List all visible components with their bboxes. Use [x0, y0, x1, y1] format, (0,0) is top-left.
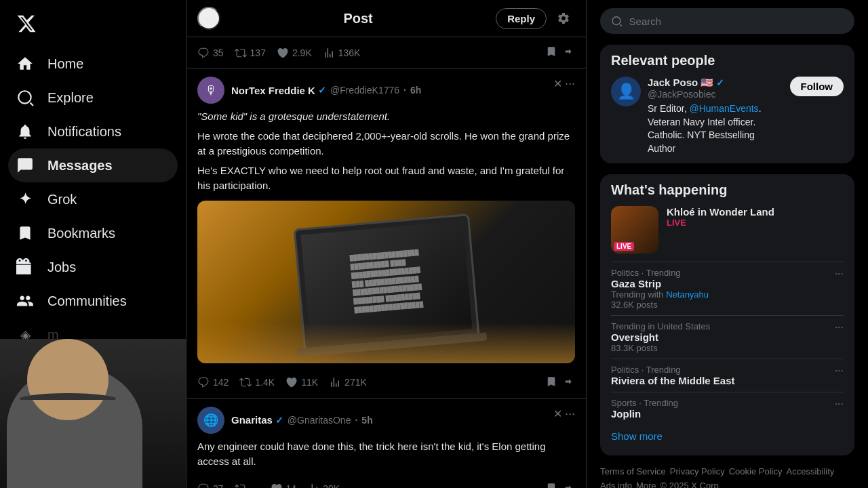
nav-item-jobs[interactable]: Jobs [8, 250, 178, 284]
whats-happening-title: What's happening [611, 182, 844, 198]
copyright: © 2025 X Corp. [660, 481, 722, 488]
happening-image: LIVE [611, 206, 658, 253]
trending-row-2: Trending in United States Oversight 83.3… [611, 321, 844, 353]
header-actions: Reply [496, 7, 575, 30]
more-options-icon[interactable]: ··· [565, 77, 575, 91]
author-handle: @FreddieK1776 [330, 85, 399, 96]
privacy-link[interactable]: Privacy Policy [670, 466, 725, 476]
comment-count[interactable]: 142 [197, 376, 229, 388]
trending-mention[interactable]: Netanyahu [666, 289, 709, 300]
trending-item-1[interactable]: Politics · Trending Gaza Strip Trending … [611, 262, 844, 315]
more-icon-1[interactable]: ··· [835, 268, 844, 280]
messages-icon [16, 157, 34, 174]
likes-count[interactable]: 11K [285, 376, 318, 388]
terms-link[interactable]: Terms of Service [600, 466, 666, 476]
person-info: Jack Poso 🇺🇸 ✓ @JackPosobiec Sr Editor, … [648, 77, 783, 155]
retweet-stat[interactable]: 137 [235, 47, 266, 59]
live-badge: LIVE [614, 242, 634, 251]
settings-button[interactable] [552, 7, 575, 30]
tweet-image: ██████████████████ ██████████ ████ █████… [197, 201, 575, 363]
webcam-overlay [0, 339, 186, 488]
tweet-time-value: 6h [410, 85, 421, 96]
left-sidebar: Home Explore Notifications Messages ✦ Gr… [0, 0, 186, 488]
person-avatar[interactable]: 👤 [611, 77, 641, 106]
post-header: ← Post Reply [186, 0, 586, 37]
person-name: Jack Poso 🇺🇸 ✓ [648, 77, 783, 89]
author-name-2: Gnaritas ✓ @GnaritasOne · 5h [231, 414, 373, 426]
share-icon[interactable] [563, 375, 575, 390]
avatar[interactable]: 🎙 [197, 77, 224, 104]
trending-item-4[interactable]: Sports · Trending Joplin ··· [611, 392, 844, 425]
person-handle: @JackPosobiec [648, 89, 783, 100]
author-info-2: Gnaritas ✓ @GnaritasOne · 5h [231, 414, 373, 426]
nav-item-explore[interactable]: Explore [8, 81, 178, 115]
views-count-2[interactable]: 39K [307, 483, 340, 488]
bookmark-icon[interactable] [545, 45, 557, 60]
mute-icon[interactable]: ✕ [553, 77, 562, 90]
nav-item-notifications[interactable]: Notifications [8, 115, 178, 148]
accessibility-link[interactable]: Accessibility [787, 466, 835, 476]
bio-mention[interactable]: @HumanEvents [689, 103, 758, 114]
more-link[interactable]: More [636, 481, 656, 488]
verified-badge: ✓ [318, 85, 326, 96]
trending-row-3: Politics · Trending Riviera of the Middl… [611, 365, 844, 386]
reply-button[interactable]: Reply [496, 8, 547, 29]
stat-actions [545, 45, 575, 60]
tweet-card: 🎙 NorTex Freddie K ✓ @FreddieK1776 · 6h … [186, 68, 586, 399]
author-info: NorTex Freddie K ✓ @FreddieK1776 · 6h [231, 85, 421, 96]
share-icon-2[interactable] [563, 482, 575, 489]
tweet-stats: 142 1.4K 11K 271K [197, 370, 575, 390]
trending-item-2[interactable]: Trending in United States Oversight 83.3… [611, 315, 844, 359]
person-verified: ✓ [716, 77, 724, 88]
tweet-text: "Some kid" is a grotesque understatement… [197, 109, 575, 194]
search-icon [611, 15, 623, 27]
nav-item-communities[interactable]: Communities [8, 284, 178, 318]
comment-stat[interactable]: 35 [197, 47, 224, 59]
ads-link[interactable]: Ads info [600, 481, 632, 488]
back-button[interactable]: ← [197, 7, 220, 30]
search-box[interactable] [600, 8, 854, 34]
avatar-2[interactable]: 🌐 [197, 407, 224, 434]
share-icon[interactable] [563, 45, 575, 60]
tweet-time: · [403, 85, 406, 96]
mute-icon-2[interactable]: ✕ [553, 407, 562, 420]
relevant-people-title: Relevant people [611, 53, 844, 68]
follow-button[interactable]: Follow [790, 77, 844, 96]
comment-count-2[interactable]: 27 [197, 483, 224, 488]
bookmark-icon[interactable] [545, 375, 557, 390]
cookie-link[interactable]: Cookie Policy [729, 466, 783, 476]
likes-stat[interactable]: 2.9K [277, 47, 312, 59]
right-sidebar: Relevant people 👤 Jack Poso 🇺🇸 ✓ @JackPo… [587, 0, 868, 488]
more-options-icon-2[interactable]: ··· [565, 407, 575, 421]
retweet-count-2[interactable]: — [235, 483, 260, 488]
author-name: NorTex Freddie K ✓ @FreddieK1776 · 6h [231, 85, 421, 96]
tweet1-actions [545, 375, 575, 390]
nav-item-messages[interactable]: Messages [8, 148, 178, 182]
more-icon-3[interactable]: ··· [835, 365, 844, 377]
happening-event-card[interactable]: LIVE Khloé in Wonder Land LIVE [611, 206, 844, 253]
more-icon-2[interactable]: ··· [835, 321, 844, 333]
x-logo[interactable] [8, 5, 178, 44]
bookmark-icon-2[interactable] [545, 482, 557, 489]
nav-item-grok[interactable]: ✦ Grok [8, 182, 178, 216]
more-icon-4[interactable]: ··· [835, 398, 844, 410]
views-stat[interactable]: 136K [323, 47, 361, 59]
nav-item-home[interactable]: Home [8, 47, 178, 81]
main-content: ← Post Reply 35 137 2.9K 136K [186, 0, 587, 488]
trending-item-3[interactable]: Politics · Trending Riviera of the Middl… [611, 359, 844, 392]
nav-item-bookmarks[interactable]: Bookmarks [8, 216, 178, 250]
tweet-text-2: Any engineer could have done this, the t… [197, 439, 575, 470]
retweet-count[interactable]: 1.4K [239, 376, 275, 388]
views-count[interactable]: 271K [329, 376, 367, 388]
jobs-icon [16, 258, 34, 276]
show-more-button[interactable]: Show more [611, 425, 844, 447]
search-input[interactable] [629, 16, 844, 27]
tweet2-actions [545, 482, 575, 489]
likes-count-2[interactable]: 14 [271, 483, 297, 488]
tweet-top: 🎙 NorTex Freddie K ✓ @FreddieK1776 · 6h … [197, 77, 575, 104]
trending-row-1: Politics · Trending Gaza Strip Trending … [611, 268, 844, 310]
happening-info: Khloé in Wonder Land LIVE [667, 206, 844, 228]
relevant-people-section: Relevant people 👤 Jack Poso 🇺🇸 ✓ @JackPo… [600, 45, 854, 163]
person-bio: Sr Editor, @HumanEvents. Veteran Navy In… [648, 102, 783, 155]
communities-icon [16, 292, 34, 310]
